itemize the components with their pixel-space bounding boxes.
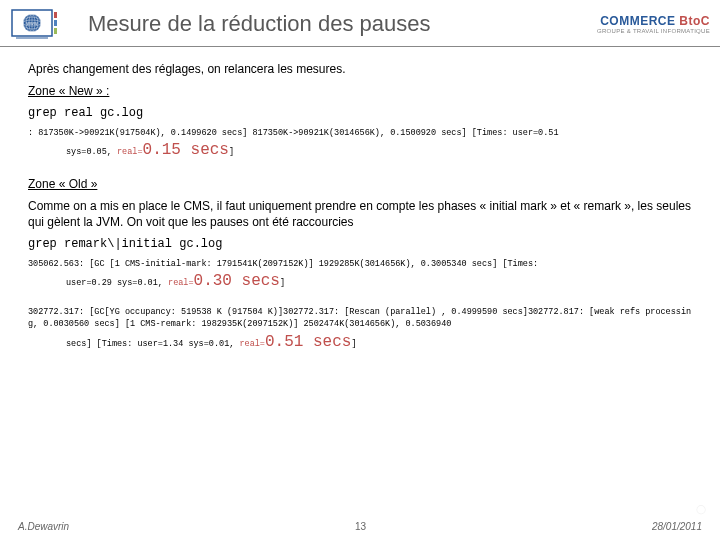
gc-old2-pre: 302772.317: [GC[YG occupancy: 519538 K (… (28, 307, 691, 329)
gc-old2-cont: secs] [Times: user=1.34 sys=0.01, (66, 339, 239, 349)
gc-output-new: : 817350K->90921K(917504K), 0.1499620 se… (28, 128, 692, 162)
slide-title: Mesure de la réduction des pauses (88, 11, 597, 37)
brand-left: COMMERCE (600, 14, 675, 28)
watermark-logo: ◯ (696, 504, 706, 514)
brand-right: BtoC (679, 14, 710, 28)
gc-old1-real-label: real= (168, 278, 194, 288)
footer-author: A.Dewavrin (18, 521, 69, 532)
gc-old2-real-label: real= (239, 339, 265, 349)
svg-rect-11 (54, 20, 57, 26)
svg-text:WWW: WWW (26, 21, 38, 26)
brand-tagline: GROUPE & TRAVAIL INFORMATIQUE (597, 28, 710, 34)
gc-old2-real-value: 0.51 secs (265, 333, 351, 351)
gc-old1-real-value: 0.30 secs (194, 272, 280, 290)
svg-rect-12 (54, 28, 57, 34)
gc-output-old2: 302772.317: [GC[YG occupancy: 519538 K (… (28, 307, 692, 353)
gc-new-pre: : 817350K->90921K(917504K), 0.1499620 se… (28, 128, 559, 138)
gc-old1-cont: user=0.29 sys=0.01, (66, 278, 168, 288)
logo-left: WWW (10, 6, 58, 42)
footer-date: 28/01/2011 (652, 521, 702, 532)
gc-output-old1: 305062.563: [GC [1 CMS-initial-mark: 179… (28, 259, 692, 293)
gc-old1-bracket: ] (280, 278, 285, 288)
gc-old1-pre: 305062.563: [GC [1 CMS-initial-mark: 179… (28, 259, 538, 269)
gc-new-real-label: real= (117, 147, 143, 157)
slide-body: Après changement des réglages, on relanc… (0, 47, 720, 353)
logo-right: COMMERCE BtoC GROUPE & TRAVAIL INFORMATI… (597, 14, 710, 34)
footer-page: 13 (355, 521, 366, 532)
grep-new-command: grep real gc.log (28, 105, 692, 121)
zone-old-label: Zone « Old » (28, 176, 692, 192)
gc-new-real-value: 0.15 secs (143, 141, 229, 159)
slide-header: WWW Mesure de la réduction des pauses CO… (0, 0, 720, 47)
gc-new-cont: sys=0.05, (66, 147, 117, 157)
gc-old2-bracket: ] (351, 339, 356, 349)
svg-rect-10 (54, 12, 57, 18)
gc-new-bracket: ] (229, 147, 234, 157)
zone-new-label: Zone « New » : (28, 83, 692, 99)
slide-footer: A.Dewavrin 13 28/01/2011 (0, 521, 720, 532)
grep-old-command: grep remark\|initial gc.log (28, 236, 692, 252)
intro-text: Après changement des réglages, on relanc… (28, 61, 692, 77)
old-explain: Comme on a mis en place le CMS, il faut … (28, 198, 692, 230)
